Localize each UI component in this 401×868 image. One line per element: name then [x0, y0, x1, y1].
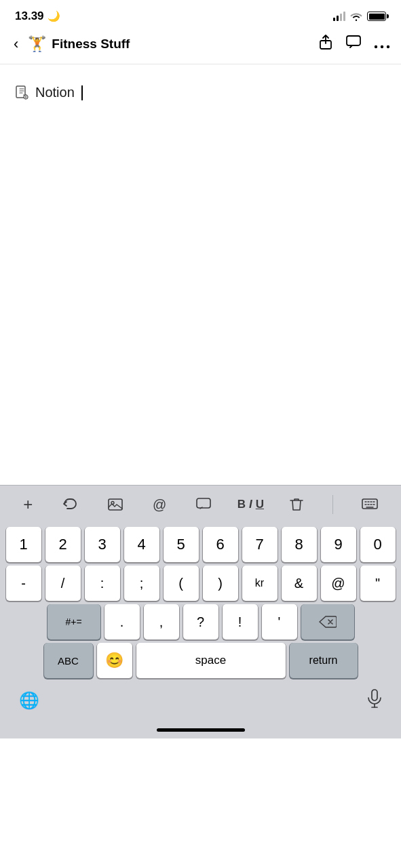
key-return[interactable]: return — [290, 643, 358, 678]
text-cursor — [81, 85, 83, 100]
wifi-icon — [350, 12, 362, 21]
text-line: Notion — [15, 85, 386, 100]
svg-rect-1 — [347, 36, 360, 45]
nav-bar: ‹ 🏋️ Fitness Stuff — [0, 28, 401, 64]
key-period[interactable]: . — [104, 604, 140, 639]
svg-point-2 — [375, 45, 377, 48]
comment-button[interactable] — [192, 495, 215, 514]
more-button[interactable] — [374, 35, 390, 53]
bold-button[interactable]: B — [237, 498, 246, 511]
svg-rect-9 — [197, 498, 210, 508]
toolbar-divider — [332, 495, 333, 514]
mention-button[interactable]: @ — [149, 494, 170, 515]
text-format-group[interactable]: B I U — [237, 498, 264, 511]
key-close-paren[interactable]: ) — [203, 566, 238, 601]
share-button[interactable] — [318, 34, 333, 54]
key-5[interactable]: 5 — [164, 527, 199, 562]
doc-link-icon — [15, 85, 30, 100]
symbol-row-1: - / : ; ( ) kr & @ " — [0, 562, 401, 601]
back-button[interactable]: ‹ — [11, 33, 21, 56]
key-9[interactable]: 9 — [321, 527, 356, 562]
home-bar — [157, 728, 245, 732]
status-icons — [333, 12, 386, 21]
key-kr[interactable]: kr — [242, 566, 278, 601]
svg-rect-7 — [109, 499, 122, 510]
key-1[interactable]: 1 — [6, 527, 41, 562]
key-apostrophe[interactable]: ' — [262, 604, 297, 639]
key-space[interactable]: space — [136, 643, 286, 678]
media-button[interactable] — [104, 495, 127, 514]
key-emoji[interactable]: 😊 — [97, 643, 132, 678]
extra-row: 🌐 — [0, 684, 401, 723]
key-8[interactable]: 8 — [282, 527, 317, 562]
page-title: Fitness Stuff — [52, 37, 130, 52]
add-button[interactable]: + — [19, 492, 37, 517]
time-display: 13.39 — [15, 9, 44, 23]
content-area[interactable]: Notion — [0, 64, 401, 485]
symbol-row-2: #+= . , ? ! ' — [0, 601, 401, 639]
key-hashtag-plus-equals[interactable]: #+= — [47, 604, 100, 639]
text-content: Notion — [35, 85, 75, 100]
key-3[interactable]: 3 — [85, 527, 120, 562]
key-2[interactable]: 2 — [45, 527, 81, 562]
key-6[interactable]: 6 — [203, 527, 238, 562]
status-bar: 13.39 🌙 — [0, 0, 401, 28]
svg-point-3 — [381, 45, 383, 48]
globe-icon[interactable]: 🌐 — [19, 691, 39, 710]
key-question[interactable]: ? — [183, 604, 218, 639]
key-0[interactable]: 0 — [360, 527, 396, 562]
page-emoji: 🏋️ — [28, 35, 46, 53]
underline-button[interactable]: U — [256, 498, 264, 511]
mic-icon[interactable] — [367, 689, 382, 712]
nav-left: ‹ 🏋️ Fitness Stuff — [11, 33, 130, 56]
bottom-row: ABC 😊 space return — [0, 639, 401, 684]
key-7[interactable]: 7 — [242, 527, 278, 562]
key-exclamation[interactable]: ! — [223, 604, 258, 639]
nav-right — [318, 34, 390, 54]
key-ampersand[interactable]: & — [282, 566, 317, 601]
key-quote[interactable]: " — [360, 566, 396, 601]
key-at[interactable]: @ — [321, 566, 356, 601]
status-time: 13.39 🌙 — [15, 9, 60, 23]
moon-icon: 🌙 — [47, 10, 60, 22]
key-4[interactable]: 4 — [124, 527, 159, 562]
italic-button[interactable]: I — [249, 498, 252, 511]
key-comma[interactable]: , — [144, 604, 179, 639]
number-row: 1 2 3 4 5 6 7 8 9 0 — [0, 524, 401, 562]
key-semicolon[interactable]: ; — [124, 566, 159, 601]
formatting-toolbar: + @ B I U — [0, 485, 401, 524]
signal-icon — [333, 12, 345, 21]
keyboard-toggle-button[interactable] — [358, 496, 382, 513]
keyboard: 1 2 3 4 5 6 7 8 9 0 - / : ; ( ) kr & @ "… — [0, 524, 401, 738]
chat-button[interactable] — [345, 34, 362, 54]
key-minus[interactable]: - — [6, 566, 41, 601]
key-colon[interactable]: : — [85, 566, 120, 601]
delete-key[interactable] — [301, 604, 354, 639]
battery-icon — [367, 12, 386, 21]
undo-button[interactable] — [58, 495, 81, 514]
svg-rect-11 — [372, 690, 377, 701]
key-abc[interactable]: ABC — [44, 643, 93, 678]
key-slash[interactable]: / — [45, 566, 81, 601]
home-indicator — [0, 723, 401, 738]
delete-button[interactable] — [286, 494, 307, 515]
svg-point-4 — [387, 45, 389, 48]
key-open-paren[interactable]: ( — [164, 566, 199, 601]
